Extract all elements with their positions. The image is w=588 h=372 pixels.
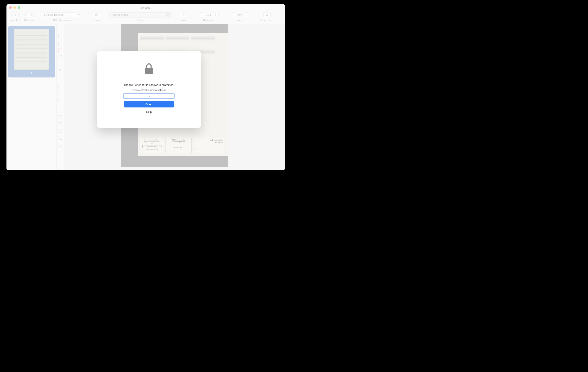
app-window: Untitled ＋ New Task ▢ Add Pages English,… [7,4,285,170]
password-dialog: The file Letter.pdf is password protecte… [97,51,201,128]
open-button[interactable]: Open [124,101,174,107]
lock-icon [144,62,154,76]
svg-rect-0 [145,68,153,74]
dialog-subtext: Please enter the password below [131,89,167,91]
dialog-message: The file Letter.pdf is password protecte… [124,83,174,86]
skip-button[interactable]: Skip [124,109,174,115]
password-input[interactable] [124,93,174,99]
